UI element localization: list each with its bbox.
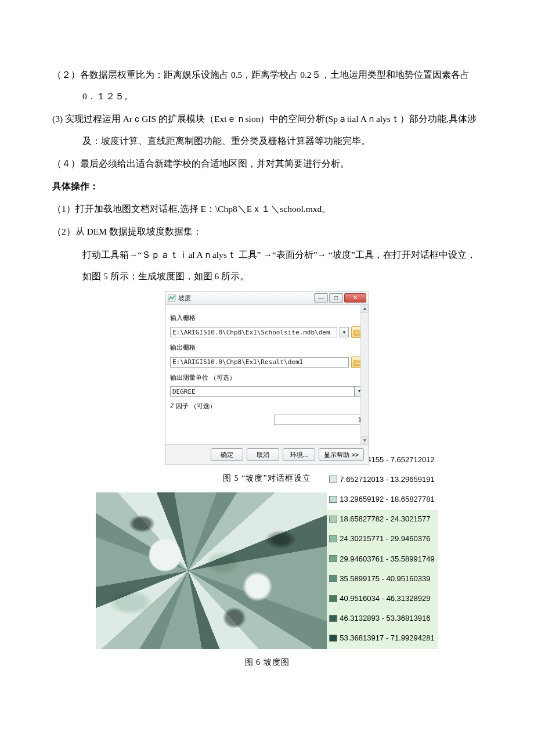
legend-swatch (329, 555, 337, 562)
legend-item: 46.3132893 - 53.36813916 (329, 609, 434, 627)
step: （2）从 DEM 数据提取坡度数据集： (52, 221, 482, 242)
scroll-down-icon[interactable]: ▼ (361, 436, 369, 444)
step: （1）打开加载地图文档对话框,选择 E：\Chp8＼Eｘ１＼school.mxd… (52, 198, 482, 219)
scroll-up-icon[interactable]: ▲ (361, 305, 369, 313)
dialog-title: 坡度 (178, 290, 313, 305)
legend-range: 18.65827782 - 24.3021577 (340, 510, 430, 528)
env-button[interactable]: 环境... (283, 448, 315, 461)
ok-button[interactable]: 确定 (211, 448, 243, 461)
slope-map-image (96, 492, 327, 649)
cancel-button[interactable]: 取消 (247, 448, 279, 461)
legend-swatch (329, 516, 337, 523)
slope-dialog: 坡度 — □ ✕ ▲ ▼ 输入栅格 ▼ (165, 291, 369, 465)
legend-range: 7.652712013 - 13.29659191 (340, 470, 434, 488)
legend-swatch (329, 635, 337, 642)
maximize-button[interactable]: □ (329, 293, 343, 303)
z-factor-field[interactable] (274, 415, 364, 425)
legend-range: 40.9516034 - 46.31328929 (340, 589, 430, 607)
legend-item: 53.36813917 - 71.99294281 (329, 629, 434, 647)
close-button[interactable]: ✕ (344, 293, 366, 303)
legend-item: 13.29659192 - 18.65827781 (329, 490, 434, 508)
legend-swatch (329, 476, 337, 483)
step-detail: 打动工具箱→“Ｓｐａｔｉal Aｎalysｔ 工具” →“表面分析”→ “坡度”… (52, 244, 482, 287)
document-body: （２）各数据层权重比为：距离娱乐设施占 0.5，距离学校占 0.2５，土地运用类… (52, 64, 482, 672)
section-heading: 具体操作： (52, 175, 482, 197)
legend-item: 7.652712013 - 13.29659191 (329, 470, 434, 488)
legend-swatch (329, 575, 337, 582)
dropdown-icon[interactable]: ▼ (340, 327, 349, 337)
input-raster-label: 输入栅格 (170, 310, 364, 325)
legend: 0.033474155 - 7.6527120127.652712013 - 1… (327, 510, 438, 649)
legend-item: 24.30215771 - 29.9460376 (329, 530, 434, 548)
dialog-footer: 确定 取消 环境... 显示帮助 >> (165, 444, 369, 465)
paragraph: （２）各数据层权重比为：距离娱乐设施占 0.5，距离学校占 0.2５，土地运用类… (52, 64, 482, 107)
legend-item: 40.9516034 - 46.31328929 (329, 589, 434, 607)
paragraph: (3) 实现过程运用 ArｃGIS 的扩展模块（Extｅｎsion）中的空间分析… (52, 108, 482, 151)
dialog-titlebar: 坡度 — □ ✕ (165, 292, 369, 305)
legend-range: 53.36813917 - 71.99294281 (340, 629, 434, 647)
output-unit-label: 输出测量单位 （可选） (170, 370, 364, 385)
legend-range: 24.30215771 - 29.9460376 (340, 530, 430, 548)
paragraph: （４）最后必须给出适合新建学校的合适地区图，并对其简要进行分析。 (52, 153, 482, 174)
output-raster-field[interactable] (170, 357, 349, 368)
legend-range: 35.5899175 - 40.95160339 (340, 570, 430, 588)
z-factor-label: Z 因子 （可选） (170, 398, 364, 413)
legend-item: 29.94603761 - 35.58991749 (329, 550, 434, 568)
app-icon (168, 294, 176, 302)
legend-item: 18.65827782 - 24.3021577 (329, 510, 434, 528)
figure-6: 0.033474155 - 7.6527120127.652712013 - 1… (52, 492, 482, 649)
window-buttons: — □ ✕ (313, 293, 366, 303)
legend-range: 13.29659192 - 18.65827781 (340, 490, 434, 508)
output-raster-label: 输出栅格 (170, 340, 364, 355)
minimize-button[interactable]: — (314, 293, 328, 303)
figure-6-caption: 图 6 坡度图 (52, 653, 482, 672)
scrollbar[interactable]: ▲ ▼ (360, 305, 369, 444)
legend-swatch (329, 535, 337, 542)
output-unit-select[interactable] (170, 386, 355, 397)
legend-swatch (329, 496, 337, 503)
legend-range: 46.3132893 - 53.36813916 (340, 609, 430, 627)
legend-range: 29.94603761 - 35.58991749 (340, 550, 434, 568)
legend-swatch (329, 615, 337, 622)
legend-swatch (329, 595, 337, 602)
help-button[interactable]: 显示帮助 >> (319, 448, 364, 461)
legend-item: 35.5899175 - 40.95160339 (329, 570, 434, 588)
dialog-body: ▲ ▼ 输入栅格 ▼ 输出栅格 (165, 305, 369, 444)
input-raster-field[interactable] (170, 327, 337, 337)
